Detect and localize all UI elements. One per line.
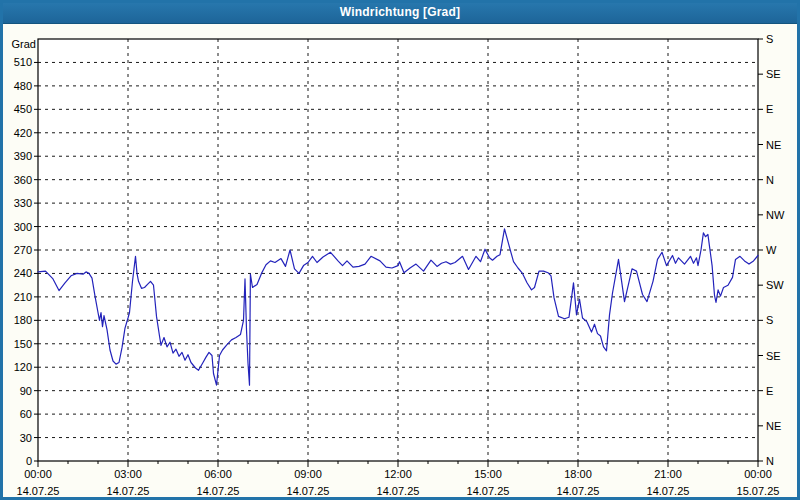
compass-tick-label: NW xyxy=(766,209,785,221)
y-axis-tick-label: 330 xyxy=(14,197,32,209)
x-axis-date-label: 14.07.25 xyxy=(197,485,240,497)
y-axis-tick-label: 270 xyxy=(14,244,32,256)
compass-tick-label: SW xyxy=(766,279,784,291)
compass-tick-label: W xyxy=(766,244,777,256)
x-axis-date-label: 14.07.25 xyxy=(17,485,60,497)
x-axis-date-label: 14.07.25 xyxy=(287,485,330,497)
y-axis-tick-label: 210 xyxy=(14,291,32,303)
y-axis-tick-label: 90 xyxy=(20,385,32,397)
x-axis-time-label: 21:00 xyxy=(654,468,682,480)
x-axis-time-label: 06:00 xyxy=(204,468,232,480)
y-axis-tick-label: 480 xyxy=(14,80,32,92)
x-axis-time-label: 00:00 xyxy=(24,468,52,480)
x-axis-time-label: 12:00 xyxy=(384,468,412,480)
y-axis-tick-label: 60 xyxy=(20,408,32,420)
compass-tick-label: E xyxy=(766,103,773,115)
y-axis-tick-label: 0 xyxy=(26,455,32,467)
x-axis-time-label: 18:00 xyxy=(564,468,592,480)
x-axis-date-label: 14.07.25 xyxy=(107,485,150,497)
compass-tick-label: E xyxy=(766,385,773,397)
compass-tick-label: SE xyxy=(766,350,781,362)
compass-tick-label: NE xyxy=(766,139,781,151)
compass-tick-label: S xyxy=(766,33,773,45)
y-axis-tick-label: 420 xyxy=(14,127,32,139)
chart-window: Windrichtung [Grad] 03060901201501802102… xyxy=(0,0,800,500)
y-axis-tick-label: 510 xyxy=(14,56,32,68)
window-title-bar: Windrichtung [Grad] xyxy=(3,3,797,24)
y-axis-tick-label: 240 xyxy=(14,267,32,279)
x-axis-time-label: 03:00 xyxy=(114,468,142,480)
window-title: Windrichtung [Grad] xyxy=(340,5,460,19)
compass-tick-label: N xyxy=(766,174,774,186)
x-axis-date-label: 14.07.25 xyxy=(557,485,600,497)
y-axis-tick-label: 180 xyxy=(14,314,32,326)
y-axis-tick-label: 390 xyxy=(14,150,32,162)
y-axis-unit-label: Grad xyxy=(12,38,36,50)
x-axis-date-label: 14.07.25 xyxy=(377,485,420,497)
x-axis-time-label: 00:00 xyxy=(744,468,772,480)
x-axis-date-label: 14.07.25 xyxy=(647,485,690,497)
y-axis-tick-label: 150 xyxy=(14,338,32,350)
y-axis-tick-label: 300 xyxy=(14,221,32,233)
compass-tick-label: N xyxy=(766,455,774,467)
y-axis-tick-label: 30 xyxy=(20,432,32,444)
y-axis-tick-label: 360 xyxy=(14,174,32,186)
y-axis-tick-label: 120 xyxy=(14,361,32,373)
compass-tick-label: S xyxy=(766,314,773,326)
x-axis-date-label: 14.07.25 xyxy=(467,485,510,497)
wind-direction-chart: 0306090120150180210240270300330360390420… xyxy=(3,24,797,498)
compass-tick-label: SE xyxy=(766,68,781,80)
x-axis-date-label: 15.07.25 xyxy=(737,485,780,497)
y-axis-tick-label: 450 xyxy=(14,103,32,115)
compass-tick-label: NE xyxy=(766,420,781,432)
x-axis-time-label: 09:00 xyxy=(294,468,322,480)
x-axis-time-label: 15:00 xyxy=(474,468,502,480)
